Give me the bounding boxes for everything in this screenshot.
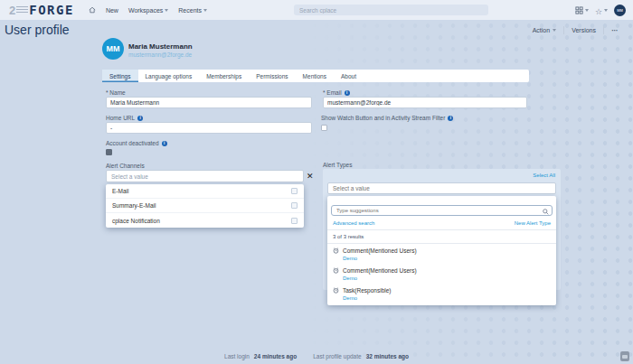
action-button[interactable]: Action [525, 27, 563, 33]
global-search-input[interactable] [294, 5, 488, 15]
top-navigation-bar: 2 FORGE New Workspaces Recents [0, 0, 633, 20]
alert-channel-option-summary-email[interactable]: Summary-E-Mail [106, 199, 304, 213]
last-update-label: Last profile update [313, 353, 361, 359]
alert-types-label: Alert Types [323, 162, 352, 168]
divider [327, 229, 556, 230]
tab-permissions[interactable]: Permissions [249, 70, 295, 82]
info-icon[interactable] [137, 116, 143, 121]
page-title: User profile [5, 23, 70, 37]
topbar-right-icons: MM [575, 0, 626, 20]
email-field-label: * Email [323, 89, 350, 96]
select-all-link[interactable]: Select All [533, 173, 555, 178]
logo-text: FORGE [29, 3, 74, 17]
alert-type-result[interactable]: Comment(Mentioned Users) Demo [327, 244, 556, 264]
chevron-down-icon [604, 9, 608, 12]
type-suggestions-input[interactable] [331, 205, 553, 216]
tab-mentions[interactable]: Mentions [296, 70, 334, 82]
profile-tabbar: Settings Language options Memberships Pe… [102, 70, 529, 82]
last-login-label: Last login [224, 353, 250, 359]
nav-item-recents[interactable]: Recents [178, 7, 207, 14]
tab-about[interactable]: About [334, 70, 364, 82]
info-icon[interactable] [162, 141, 167, 146]
profile-meta-footer: Last login 24 minutes ago Last profile u… [0, 353, 633, 359]
name-field-label: * Name [106, 89, 126, 96]
alert-channel-option-cplace-notification[interactable]: cplace Notification [106, 213, 304, 228]
alert-channels-select[interactable] [106, 170, 304, 182]
alert-type-result[interactable]: Comment(Mentioned Users) Demo [327, 264, 556, 284]
alert-channels-dropdown: E-Mail Summary-E-Mail cplace Notificatio… [106, 184, 304, 228]
name-field[interactable] [106, 97, 312, 108]
alarm-icon [333, 267, 339, 274]
feedback-widget-icon[interactable] [620, 351, 629, 361]
home-url-field[interactable] [106, 122, 312, 134]
apps-grid-icon[interactable] [575, 6, 589, 14]
chevron-down-icon [203, 9, 207, 12]
result-demo-link[interactable]: Demo [343, 295, 551, 301]
search-icon [543, 202, 549, 219]
results-count: 3 of 3 results [333, 234, 551, 239]
result-demo-link[interactable]: Demo [343, 275, 551, 281]
last-update-value: 32 minutes ago [366, 353, 409, 359]
watch-button-label: Show Watch Button and in Activity Stream… [321, 115, 453, 121]
profile-avatar: MM [102, 38, 124, 60]
chevron-down-icon [553, 29, 556, 32]
checkbox[interactable] [291, 202, 298, 209]
versions-button[interactable]: Versions [564, 27, 603, 33]
topbar-user-avatar[interactable]: MM [614, 5, 626, 16]
watch-button-checkbox[interactable] [321, 125, 327, 131]
tab-settings[interactable]: Settings [102, 70, 138, 82]
email-field[interactable] [323, 97, 527, 108]
profile-name: Maria Mustermann [128, 42, 193, 51]
alert-types-panel: Select All Advanced search New Alert Typ… [323, 169, 561, 290]
main-nav: New Workspaces Recents [89, 6, 207, 14]
close-icon[interactable] [307, 172, 314, 181]
new-alert-type-link[interactable]: New Alert Type [515, 220, 551, 226]
nav-item-new[interactable]: New [106, 7, 118, 14]
checkbox[interactable] [291, 188, 298, 194]
alert-type-result[interactable]: Task(Responsible) Demo [327, 284, 556, 303]
advanced-search-link[interactable]: Advanced search [333, 220, 374, 226]
favorites-star-icon[interactable] [595, 2, 608, 18]
alert-channels-label: Alert Channels [106, 163, 145, 169]
alert-types-select[interactable] [327, 182, 556, 194]
account-deactivated-label: Account deactivated [106, 140, 167, 146]
last-login-value: 24 minutes ago [254, 353, 297, 359]
result-demo-link[interactable]: Demo [343, 256, 551, 261]
alarm-icon [333, 247, 339, 254]
info-icon[interactable] [345, 90, 350, 96]
checkbox[interactable] [291, 218, 298, 224]
logo-lines-icon [16, 6, 28, 14]
info-icon[interactable] [448, 116, 453, 121]
star-icon [595, 2, 602, 18]
home-icon[interactable] [89, 6, 96, 14]
user-profile-screen: 2 FORGE New Workspaces Recents [0, 0, 633, 364]
more-menu-button[interactable]: ⋯ [604, 27, 626, 34]
chevron-down-icon [165, 9, 168, 12]
chevron-down-icon [585, 9, 589, 12]
alarm-icon [333, 287, 339, 294]
tab-language-options[interactable]: Language options [138, 70, 200, 82]
home-url-label: Home URL [106, 115, 143, 121]
account-deactivated-checkbox[interactable] [106, 149, 112, 155]
alert-channel-option-email[interactable]: E-Mail [106, 184, 304, 199]
app-logo[interactable]: 2 FORGE [9, 3, 74, 17]
logo-prefix: 2 [9, 4, 15, 17]
header-actions: Action Versions ⋯ [525, 26, 626, 34]
tab-memberships[interactable]: Memberships [199, 70, 249, 82]
alert-types-dropdown: Advanced search New Alert Type 3 of 3 re… [327, 196, 556, 305]
profile-email-link[interactable]: mustermann@2forge.de [128, 51, 192, 58]
nav-item-workspaces[interactable]: Workspaces [128, 7, 168, 14]
